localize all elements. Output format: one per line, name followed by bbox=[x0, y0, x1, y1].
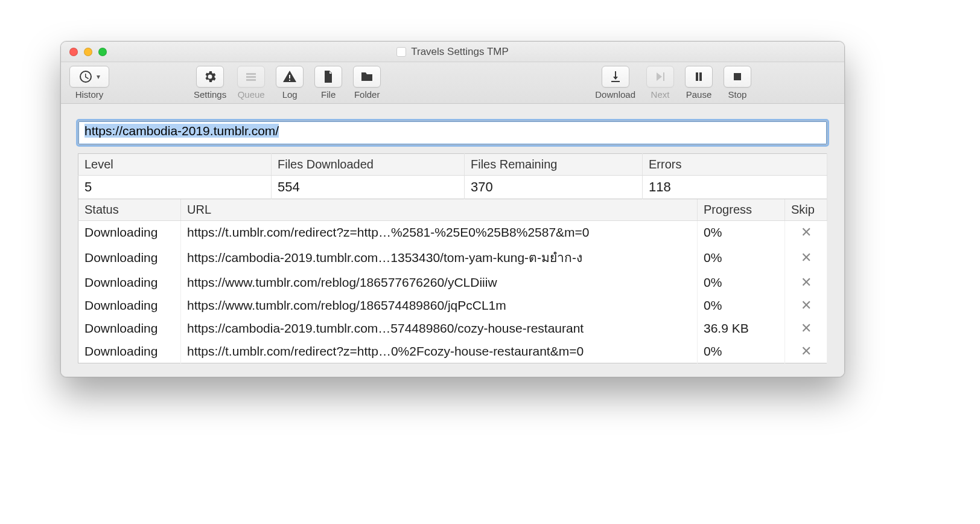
download-label: Download bbox=[595, 89, 635, 100]
skip-button[interactable]: ✕ bbox=[801, 250, 812, 265]
warning-icon bbox=[282, 69, 297, 84]
stop-label: Stop bbox=[728, 89, 747, 100]
table-row[interactable]: Downloadinghttps://t.umblr.com/redirect?… bbox=[78, 221, 827, 244]
table-row[interactable]: Downloadinghttps://cambodia-2019.tumblr.… bbox=[78, 317, 827, 340]
chevron-down-icon: ▾ bbox=[97, 72, 100, 81]
pause-label: Pause bbox=[686, 89, 712, 100]
skip-button[interactable]: ✕ bbox=[801, 225, 812, 240]
stats-table: Level Files Downloaded Files Remaining E… bbox=[78, 153, 827, 199]
file-label: File bbox=[321, 89, 336, 100]
minimize-window-button[interactable] bbox=[84, 48, 92, 56]
table-row[interactable]: Downloadinghttps://t.umblr.com/redirect?… bbox=[78, 340, 827, 363]
gear-icon bbox=[203, 69, 217, 84]
level-header: Level bbox=[78, 154, 272, 176]
pause-icon bbox=[692, 69, 706, 84]
skip-button[interactable]: ✕ bbox=[801, 321, 812, 336]
col-url: URL bbox=[181, 199, 698, 221]
folder-icon bbox=[360, 69, 374, 84]
status-cell: Downloading bbox=[78, 317, 181, 340]
next-icon bbox=[653, 69, 667, 84]
folder-button[interactable] bbox=[353, 66, 381, 88]
table-row[interactable]: Downloadinghttps://www.tumblr.com/reblog… bbox=[78, 294, 827, 317]
stop-icon bbox=[730, 69, 745, 84]
download-icon bbox=[608, 69, 623, 84]
url-cell: https://cambodia-2019.tumblr.com…5744898… bbox=[181, 317, 698, 340]
status-cell: Downloading bbox=[78, 221, 181, 244]
file-icon bbox=[321, 69, 336, 84]
url-cell: https://t.umblr.com/redirect?z=http…0%2F… bbox=[181, 340, 698, 363]
skip-button[interactable]: ✕ bbox=[801, 298, 812, 313]
app-window: Travels Settings TMP ▾ History Settings bbox=[60, 41, 845, 377]
url-input[interactable]: https://cambodia-2019.tumblr.com/ bbox=[78, 121, 827, 145]
progress-cell: 0% bbox=[698, 294, 785, 317]
col-status: Status bbox=[78, 199, 181, 221]
close-window-button[interactable] bbox=[69, 48, 78, 56]
zoom-window-button[interactable] bbox=[98, 48, 107, 56]
history-button[interactable]: ▾ bbox=[69, 66, 109, 88]
download-button[interactable] bbox=[602, 66, 629, 88]
url-cell: https://t.umblr.com/redirect?z=http…%258… bbox=[181, 221, 698, 244]
status-cell: Downloading bbox=[78, 244, 181, 271]
content-area: https://cambodia-2019.tumblr.com/ Level … bbox=[61, 104, 844, 377]
errors-header: Errors bbox=[643, 154, 827, 176]
progress-cell: 0% bbox=[698, 271, 785, 294]
files-downloaded-value: 554 bbox=[272, 176, 465, 199]
next-label: Next bbox=[651, 89, 670, 100]
log-button[interactable] bbox=[276, 66, 304, 88]
downloads-table: Status URL Progress Skip Downloadinghttp… bbox=[78, 199, 827, 363]
app-icon bbox=[396, 47, 406, 57]
files-remaining-value: 370 bbox=[465, 176, 643, 199]
folder-label: Folder bbox=[354, 89, 380, 100]
clock-icon bbox=[78, 69, 93, 84]
status-cell: Downloading bbox=[78, 271, 181, 294]
table-row[interactable]: Downloadinghttps://www.tumblr.com/reblog… bbox=[78, 271, 827, 294]
log-label: Log bbox=[282, 89, 298, 100]
url-value: https://cambodia-2019.tumblr.com/ bbox=[84, 124, 279, 138]
progress-cell: 0% bbox=[698, 221, 785, 244]
settings-label: Settings bbox=[194, 89, 226, 100]
pause-button[interactable] bbox=[685, 66, 713, 88]
status-cell: Downloading bbox=[78, 294, 181, 317]
progress-cell: 36.9 KB bbox=[698, 317, 785, 340]
files-downloaded-header: Files Downloaded bbox=[272, 154, 465, 176]
level-value: 5 bbox=[78, 176, 272, 199]
status-cell: Downloading bbox=[78, 340, 181, 363]
table-row[interactable]: Downloadinghttps://cambodia-2019.tumblr.… bbox=[78, 244, 827, 271]
toolbar: ▾ History Settings Queue bbox=[61, 62, 844, 104]
file-button[interactable] bbox=[314, 66, 342, 88]
list-icon bbox=[244, 69, 258, 84]
col-skip: Skip bbox=[785, 199, 827, 221]
errors-value: 118 bbox=[643, 176, 827, 199]
files-remaining-header: Files Remaining bbox=[465, 154, 643, 176]
history-label: History bbox=[75, 89, 104, 100]
window-controls bbox=[69, 48, 107, 56]
queue-button[interactable] bbox=[237, 66, 265, 88]
progress-cell: 0% bbox=[698, 340, 785, 363]
window-title: Travels Settings TMP bbox=[411, 46, 509, 58]
stop-button[interactable] bbox=[724, 66, 751, 88]
url-cell: https://www.tumblr.com/reblog/1865776762… bbox=[181, 271, 698, 294]
queue-label: Queue bbox=[238, 89, 265, 100]
url-cell: https://cambodia-2019.tumblr.com…1353430… bbox=[181, 244, 698, 271]
next-button[interactable] bbox=[646, 66, 674, 88]
progress-cell: 0% bbox=[698, 244, 785, 271]
skip-button[interactable]: ✕ bbox=[801, 275, 812, 290]
titlebar[interactable]: Travels Settings TMP bbox=[61, 42, 844, 62]
col-progress: Progress bbox=[698, 199, 785, 221]
url-cell: https://www.tumblr.com/reblog/1865744898… bbox=[181, 294, 698, 317]
skip-button[interactable]: ✕ bbox=[801, 343, 812, 359]
settings-button[interactable] bbox=[196, 66, 224, 88]
window-title-row: Travels Settings TMP bbox=[61, 46, 844, 58]
